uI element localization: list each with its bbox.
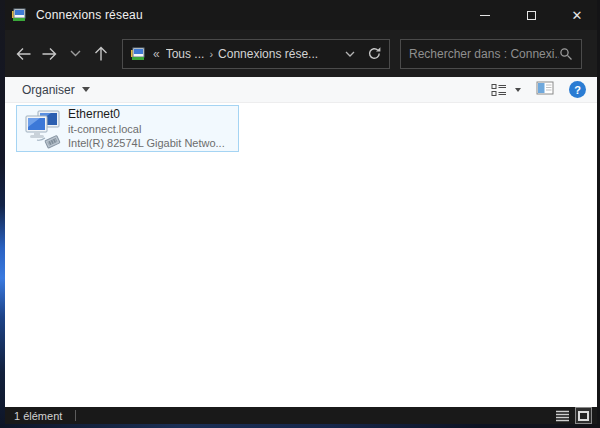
command-toolbar: Organiser ? (0, 77, 600, 103)
back-button[interactable] (10, 39, 36, 69)
close-icon: ✕ (572, 9, 583, 22)
network-connections-window: Connexions réseau ✕ (0, 0, 600, 428)
arrow-right-icon (41, 46, 58, 62)
preview-pane-icon (536, 81, 554, 95)
thumbnails-view-icon (578, 411, 589, 421)
network-connections-icon (130, 46, 146, 62)
change-view-button[interactable] (491, 83, 521, 97)
connection-network: it-connect.local (68, 122, 225, 136)
titlebar: Connexions réseau ✕ (0, 0, 600, 30)
connection-device: Intel(R) 82574L Gigabit Netwo... (68, 136, 225, 150)
address-dropdown-icon[interactable] (345, 51, 355, 57)
views-dropdown-icon (515, 88, 521, 92)
window-title: Connexions réseau (36, 8, 143, 22)
maximize-button[interactable] (508, 0, 554, 30)
refresh-icon[interactable] (367, 46, 382, 61)
organize-dropdown-icon (82, 87, 90, 92)
network-connections-icon (11, 7, 27, 23)
large-icons-view-button[interactable] (575, 407, 592, 424)
connection-name: Ethernet0 (68, 107, 225, 122)
breadcrumb-separator: › (209, 48, 213, 60)
status-divider (75, 410, 76, 421)
forward-button[interactable] (36, 39, 62, 69)
recent-locations-button[interactable] (62, 39, 88, 69)
minimize-button[interactable] (462, 0, 508, 30)
details-view-icon (555, 410, 570, 422)
breadcrumb-item-parent[interactable]: Tous ... (166, 47, 205, 61)
connection-item-ethernet0[interactable]: Ethernet0 it-connect.local Intel(R) 8257… (16, 105, 239, 152)
file-list-area[interactable]: Ethernet0 it-connect.local Intel(R) 8257… (0, 103, 600, 407)
preview-pane-button[interactable] (536, 81, 554, 99)
ethernet-adapter-icon (21, 108, 63, 150)
chevron-down-icon (70, 50, 81, 57)
arrow-left-icon (15, 46, 32, 62)
arrow-up-icon (93, 45, 109, 62)
address-bar[interactable]: « Tous ... › Connexions rése... (122, 39, 390, 69)
views-list-icon (491, 83, 507, 97)
breadcrumb-item-current[interactable]: Connexions rése... (218, 47, 318, 61)
search-box[interactable] (400, 39, 582, 69)
minimize-icon (480, 15, 490, 16)
search-input[interactable] (409, 47, 559, 61)
desktop-edge-bottom (0, 424, 600, 428)
up-button[interactable] (88, 39, 114, 69)
breadcrumb-overflow-chevrons[interactable]: « (153, 47, 160, 61)
close-button[interactable]: ✕ (554, 0, 600, 30)
organize-button[interactable]: Organiser (22, 83, 90, 97)
status-bar: 1 élément (0, 407, 600, 424)
details-view-button[interactable] (553, 407, 572, 424)
item-count-label: 1 élément (14, 410, 62, 422)
maximize-icon (527, 11, 536, 20)
navigation-bar: « Tous ... › Connexions rése... (0, 30, 600, 77)
organize-label: Organiser (22, 83, 75, 97)
help-icon: ? (574, 84, 581, 96)
help-button[interactable]: ? (569, 81, 586, 98)
desktop-edge-left (0, 0, 5, 428)
search-icon[interactable] (559, 47, 573, 61)
